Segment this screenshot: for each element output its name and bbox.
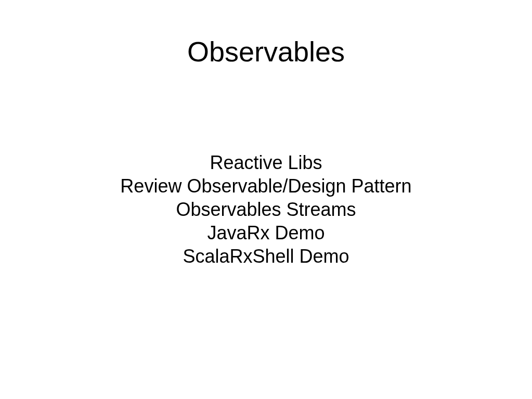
slide-container: Observables Reactive Libs Review Observa… [0, 0, 532, 399]
content-line-2: Review Observable/Design Pattern [120, 174, 411, 198]
content-line-4: JavaRx Demo [120, 221, 411, 244]
content-line-1: Reactive Libs [120, 151, 411, 174]
content-line-3: Observables Streams [120, 198, 411, 221]
content-line-5: ScalaRxShell Demo [120, 244, 411, 268]
slide-title: Observables [187, 35, 345, 68]
slide-content: Reactive Libs Review Observable/Design P… [120, 151, 411, 268]
